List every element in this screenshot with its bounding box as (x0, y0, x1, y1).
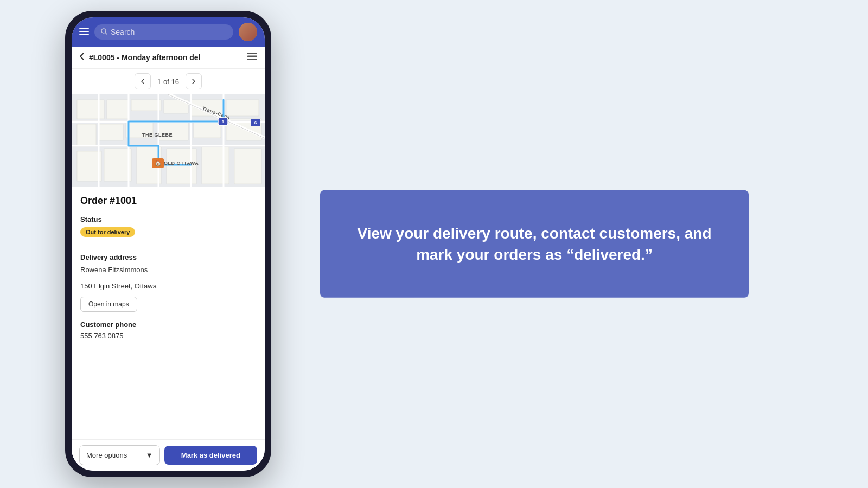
delivery-marker-icon: 🏠 (155, 159, 162, 166)
next-page-button[interactable] (186, 73, 202, 89)
svg-rect-14 (226, 100, 259, 116)
status-badge: Out for delivery (80, 227, 135, 237)
svg-rect-6 (247, 56, 257, 57)
svg-rect-16 (99, 124, 123, 140)
svg-rect-25 (202, 146, 229, 184)
svg-rect-9 (77, 100, 104, 119)
info-panel-text: View your delivery route, contact custom… (347, 223, 722, 265)
svg-rect-21 (77, 151, 101, 181)
dropdown-icon: ▼ (146, 451, 153, 459)
avatar-image (239, 23, 257, 41)
back-button[interactable] (79, 52, 85, 63)
top-navbar: Search (72, 17, 265, 47)
info-panel: View your delivery route, contact custom… (320, 190, 749, 298)
phone-device: Search #L0005 - Monday afternoon del (65, 11, 271, 477)
svg-rect-0 (79, 28, 89, 29)
stop-label-1: 1 (222, 119, 225, 124)
more-options-button[interactable]: More options ▼ (79, 445, 160, 465)
prev-page-button[interactable] (135, 73, 151, 89)
svg-rect-11 (131, 100, 161, 111)
status-label: Status (80, 215, 256, 223)
svg-rect-26 (234, 149, 261, 184)
phone-screen: Search #L0005 - Monday afternoon del (72, 17, 265, 471)
customer-name: Rowena Fitzsimmons (80, 265, 256, 275)
svg-rect-5 (247, 53, 257, 54)
search-text: Search (111, 28, 135, 36)
search-bar[interactable]: Search (94, 24, 233, 40)
phone-frame: Search #L0005 - Monday afternoon del (65, 11, 271, 477)
bottom-action-bar: More options ▼ Mark as delivered (72, 439, 265, 471)
content-area: Order #1001 Status Out for delivery Deli… (72, 187, 265, 439)
status-section: Status Out for delivery (80, 215, 256, 245)
svg-rect-24 (167, 149, 196, 184)
more-options-label: More options (86, 451, 127, 459)
mark-delivered-button[interactable]: Mark as delivered (164, 446, 257, 465)
sub-header: #L0005 - Monday afternoon del (72, 47, 265, 69)
svg-rect-22 (104, 149, 131, 181)
map-label-old-ottawa: OLD OTTAWA (164, 160, 199, 166)
delivery-address-section: Delivery address Rowena Fitzsimmons 150 … (80, 253, 256, 312)
avatar[interactable] (239, 23, 257, 41)
phone-number: 555 763 0875 (80, 332, 256, 340)
delivery-address-label: Delivery address (80, 253, 256, 261)
svg-rect-15 (77, 124, 96, 146)
list-view-icon[interactable] (247, 53, 257, 62)
route-title: #L0005 - Monday afternoon del (89, 53, 243, 62)
map-area: Trans-Cana THE GLEBE OLD OTTAWA 1 6 (72, 94, 265, 187)
hamburger-icon[interactable] (79, 27, 89, 38)
svg-rect-7 (247, 59, 257, 60)
svg-line-4 (105, 33, 107, 34)
highway-label: 6 (254, 120, 257, 125)
pagination-row: 1 of 16 (72, 69, 265, 94)
order-title: Order #1001 (80, 195, 256, 207)
map-label-glebe: THE GLEBE (142, 132, 173, 138)
address-line1: 150 Elgin Street, Ottawa (80, 281, 256, 292)
svg-rect-10 (107, 100, 129, 119)
open-maps-button[interactable]: Open in maps (80, 297, 137, 312)
svg-rect-19 (194, 121, 221, 138)
svg-rect-2 (79, 34, 89, 35)
customer-phone-label: Customer phone (80, 320, 256, 329)
customer-phone-section: Customer phone 555 763 0875 (80, 320, 256, 340)
svg-rect-1 (79, 31, 89, 32)
page-indicator: 1 of 16 (157, 78, 179, 86)
search-icon (101, 28, 107, 36)
